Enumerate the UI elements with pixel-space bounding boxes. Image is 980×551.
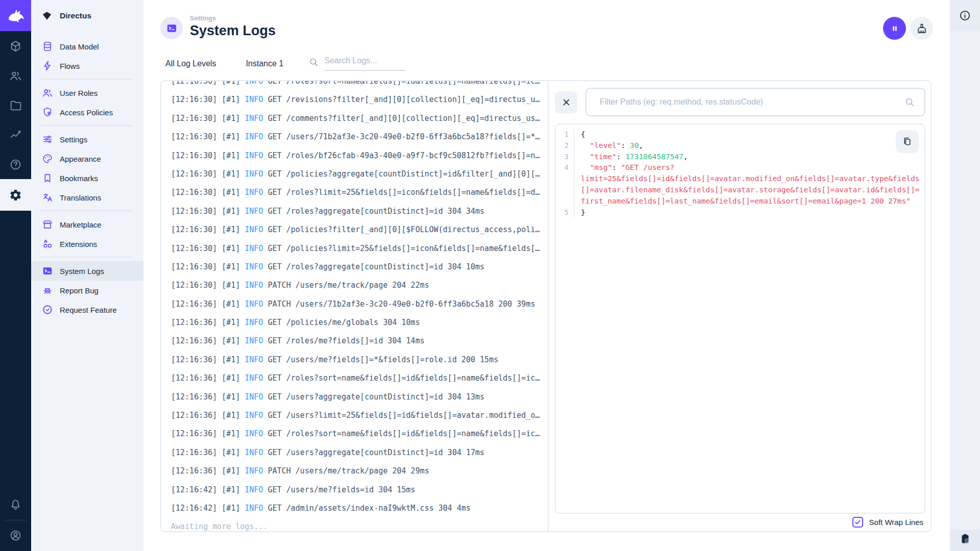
- sidebar-item-bookmarks[interactable]: Bookmarks: [31, 168, 143, 188]
- sidebar-item-flows[interactable]: Flows: [31, 56, 143, 76]
- bug-icon: [42, 285, 53, 296]
- sidebar-item-label: Report Bug: [60, 286, 99, 295]
- log-row[interactable]: [12:16:36] [#1] INFO GET /roles/me?field…: [171, 332, 548, 350]
- user-menu-button[interactable]: [0, 520, 31, 550]
- settings-module[interactable]: [0, 179, 31, 211]
- broom-icon: [916, 23, 927, 34]
- sidebar-item-access-policies[interactable]: Access Policies: [31, 103, 143, 122]
- files-module[interactable]: [0, 90, 31, 120]
- soft-wrap-label: Soft Wrap Lines: [869, 518, 923, 527]
- log-row[interactable]: [12:16:36] [#1] INFO PATCH /users/71b2af…: [171, 295, 548, 313]
- log-row[interactable]: [12:16:30] [#1] INFO GET /roles?aggregat…: [171, 202, 548, 220]
- instance-filter[interactable]: Instance 1: [241, 59, 288, 68]
- code-line: 5}: [556, 207, 924, 218]
- sidebar-item-label: Settings: [60, 135, 87, 144]
- breadcrumb[interactable]: Settings: [190, 14, 276, 22]
- log-row[interactable]: [12:16:30] [#1] INFO GET /roles?sort=nam…: [171, 81, 548, 90]
- sidebar-item-report-bug[interactable]: Report Bug: [31, 281, 143, 300]
- verified-icon: [42, 304, 53, 315]
- sidebar-item-extensions[interactable]: Extensions: [31, 234, 143, 254]
- log-row[interactable]: [12:16:30] [#1] INFO GET /roles?aggregat…: [171, 258, 548, 276]
- log-row[interactable]: [12:16:36] [#1] INFO GET /policies/me/gl…: [171, 313, 548, 332]
- log-row[interactable]: [12:16:30] [#1] INFO GET /roles?limit=25…: [171, 183, 548, 202]
- main-content: Settings System Logs All Log Levels Inst…: [143, 0, 950, 551]
- log-row[interactable]: [12:16:36] [#1] INFO GET /users?aggregat…: [171, 443, 548, 462]
- sidebar-item-label: Access Policies: [60, 108, 113, 117]
- terminal-icon: [42, 265, 53, 277]
- soft-wrap-checkbox[interactable]: [852, 517, 863, 528]
- log-row[interactable]: [12:16:30] [#1] INFO GET /policies?aggre…: [171, 165, 548, 183]
- notifications-button[interactable]: [0, 490, 31, 520]
- content-module[interactable]: [0, 31, 31, 61]
- page-title: System Logs: [190, 22, 276, 39]
- info-sidebar-toggle[interactable]: [950, 0, 980, 31]
- log-detail-pane: 1{2 "level": 30,3 "time": 1731064587547,…: [548, 81, 930, 531]
- log-stream-pane[interactable]: [12:16:30] [#1] INFO GET /roles?sort=nam…: [161, 81, 548, 531]
- module-list: [0, 31, 31, 211]
- sidebar-item-marketplace[interactable]: Marketplace: [31, 215, 143, 234]
- log-rows: [12:16:30] [#1] INFO GET /roles?sort=nam…: [171, 81, 548, 517]
- docs-module[interactable]: [0, 149, 31, 179]
- log-row[interactable]: [12:16:42] [#1] INFO GET /admin/assets/i…: [171, 499, 548, 517]
- log-row[interactable]: [12:16:30] [#1] INFO GET /policies?limit…: [171, 239, 548, 258]
- log-row[interactable]: [12:16:30] [#1] INFO PATCH /users/me/tra…: [171, 276, 548, 294]
- sidebar-nav: Data ModelFlowsUser RolesAccess Policies…: [31, 31, 143, 319]
- close-icon: [561, 97, 572, 108]
- log-row[interactable]: [12:16:36] [#1] INFO GET /users?aggregat…: [171, 388, 548, 406]
- account-icon: [9, 529, 22, 542]
- sidebar-item-label: User Roles: [60, 89, 97, 97]
- project-header[interactable]: Directus: [31, 0, 143, 31]
- log-row[interactable]: [12:16:30] [#1] INFO GET /policies?filte…: [171, 220, 548, 239]
- sidebar-item-label: Appearance: [60, 155, 101, 163]
- log-row[interactable]: [12:16:36] [#1] INFO GET /users?limit=25…: [171, 406, 548, 424]
- log-row[interactable]: [12:16:30] [#1] INFO GET /users/71b2af3e…: [171, 128, 548, 146]
- right-rail: [950, 0, 980, 551]
- module-bar: [0, 0, 31, 551]
- log-level-filter[interactable]: All Log Levels: [161, 59, 221, 68]
- page-icon-badge: [160, 17, 183, 39]
- log-row[interactable]: [12:16:30] [#1] INFO GET /comments?filte…: [171, 109, 548, 128]
- log-row[interactable]: [12:16:36] [#1] INFO GET /roles?sort=nam…: [171, 424, 548, 443]
- sidebar-item-system-logs[interactable]: System Logs: [31, 261, 143, 281]
- sidebar-item-data-model[interactable]: Data Model: [31, 37, 143, 56]
- sidebar-item-label: System Logs: [60, 267, 104, 276]
- close-detail-button[interactable]: [555, 91, 577, 113]
- sidebar-item-appearance[interactable]: Appearance: [31, 149, 143, 168]
- rabbit-logo-icon: [6, 6, 26, 26]
- log-search-input[interactable]: [324, 56, 406, 71]
- log-search: [308, 56, 406, 71]
- logs-card: [12:16:30] [#1] INFO GET /roles?sort=nam…: [160, 80, 932, 532]
- copy-json-button[interactable]: [896, 130, 919, 153]
- log-row[interactable]: [12:16:30] [#1] INFO GET /revisions?filt…: [171, 90, 548, 109]
- sidebar-divider: [41, 257, 133, 258]
- box-icon: [9, 40, 22, 53]
- sidebar-item-user-roles[interactable]: User Roles: [31, 83, 143, 103]
- detail-footer: Soft Wrap Lines: [852, 515, 923, 529]
- json-detail-viewer: 1{2 "level": 30,3 "time": 1731064587547,…: [555, 123, 925, 514]
- sidebar-item-settings[interactable]: Settings: [31, 130, 143, 149]
- sidebar-item-request-feature[interactable]: Request Feature: [31, 300, 143, 319]
- log-row[interactable]: [12:16:36] [#1] INFO GET /roles?sort=nam…: [171, 369, 548, 387]
- sidebar-item-label: Marketplace: [60, 220, 102, 229]
- filter-paths-input[interactable]: [585, 88, 925, 116]
- users-module[interactable]: [0, 61, 31, 90]
- pause-logs-button[interactable]: [883, 17, 906, 40]
- log-row[interactable]: [12:16:30] [#1] INFO GET /roles/bf26cfab…: [171, 146, 548, 165]
- copy-icon: [902, 136, 913, 147]
- search-icon: [904, 96, 915, 108]
- log-row[interactable]: [12:16:36] [#1] INFO PATCH /users/me/tra…: [171, 462, 548, 480]
- log-row[interactable]: [12:16:42] [#1] INFO GET /users/me?field…: [171, 481, 548, 499]
- clear-logs-button[interactable]: [910, 17, 933, 40]
- sidebar-item-translations[interactable]: Translations: [31, 188, 143, 207]
- database-icon: [42, 41, 53, 52]
- palette-icon: [42, 153, 53, 164]
- pause-icon: [889, 23, 900, 34]
- activity-log-button[interactable]: [950, 530, 980, 551]
- gear-icon: [9, 189, 22, 202]
- insights-module[interactable]: [0, 120, 31, 149]
- code-lines: 1{2 "level": 30,3 "time": 1731064587547,…: [556, 129, 924, 218]
- search-icon: [308, 56, 319, 67]
- sidebar-divider: [41, 79, 133, 80]
- log-row[interactable]: [12:16:36] [#1] INFO GET /users/me?field…: [171, 350, 548, 369]
- directus-logo[interactable]: [0, 0, 31, 31]
